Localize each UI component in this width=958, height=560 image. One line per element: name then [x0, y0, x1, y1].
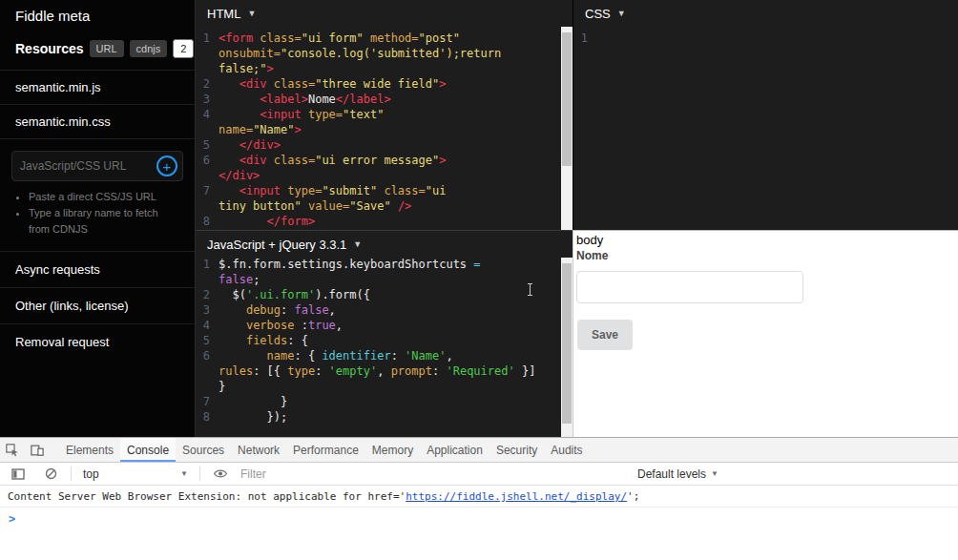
spacer [50, 438, 59, 462]
line-number [196, 46, 219, 61]
code-line: name="Name"> [196, 122, 573, 137]
log-levels-value: Default levels [637, 467, 706, 481]
save-button[interactable]: Save [577, 320, 633, 350]
code-line: 5 fields: { [196, 333, 573, 348]
line-number [196, 122, 219, 137]
tab-console[interactable]: Console [120, 438, 176, 462]
inspect-element-icon[interactable] [0, 438, 25, 462]
css-code[interactable]: 1 [573, 27, 958, 46]
tab-sources[interactable]: Sources [176, 438, 231, 462]
tab-application[interactable]: Application [420, 438, 489, 462]
line-number: 3 [196, 302, 219, 318]
code-line: 4 <input type="text" [196, 107, 573, 122]
code-line: false; [196, 272, 573, 287]
scrollbar-thumb[interactable] [562, 263, 572, 424]
html-panel-title: HTML [207, 7, 240, 21]
css-editor-panel: CSS ▼ 1 [573, 0, 958, 230]
code-line: 5 </div> [196, 137, 573, 153]
sidebar-title: Fiddle meta [0, 0, 195, 33]
css-panel-header[interactable]: CSS ▼ [573, 0, 958, 27]
css-panel-title: CSS [585, 7, 611, 21]
code-line: 3 debug: false, [196, 302, 573, 318]
chevron-down-icon: ▼ [247, 9, 256, 18]
js-editor-scrollbar[interactable] [561, 258, 573, 437]
hint-list: Paste a direct CSS/JS URLType a library … [29, 189, 179, 238]
tab-audits[interactable]: Audits [544, 438, 589, 462]
body-text: body [576, 233, 958, 247]
url-input-row: + [11, 151, 183, 181]
code-line: 8 }); [196, 409, 573, 425]
devtools-panel: ElementsConsoleSourcesNetworkPerformance… [0, 437, 958, 560]
console-message-link[interactable]: https://fiddle.jshell.net/_display/ [406, 490, 627, 503]
add-resource-icon[interactable]: + [156, 156, 177, 176]
line-number: 6 [196, 348, 219, 363]
url-button[interactable]: URL [90, 40, 124, 57]
frame-context-select[interactable]: top ▼ [79, 467, 192, 481]
eye-icon[interactable] [208, 468, 233, 479]
code-line: 4 verbose :true, [196, 318, 573, 333]
divider [199, 467, 200, 481]
console-prompt-icon: > [9, 512, 15, 526]
code-line: 7 } [196, 394, 573, 409]
resource-list: semantic.min.jssemantic.min.css [0, 70, 195, 139]
chevron-down-icon: ▼ [711, 469, 718, 478]
code-line: 1 [573, 31, 958, 46]
clear-console-icon[interactable] [38, 467, 63, 480]
line-number: 2 [196, 287, 219, 302]
html-editor-scrollbar[interactable] [561, 27, 573, 230]
code-line: 2 <div class="three wide field"> [196, 76, 573, 92]
sidebar-item[interactable]: Async requests [0, 251, 195, 287]
name-field-label: Nome [576, 249, 958, 262]
code-line: 8 </form> [196, 214, 573, 229]
console-message-suffix: '; [627, 490, 639, 503]
line-number: 1 [573, 31, 596, 46]
code-line: </div> [196, 168, 573, 183]
code-line: 1<form class="ui form" method="post" [196, 31, 573, 46]
resource-link[interactable]: semantic.min.js [0, 70, 195, 104]
cdnjs-button[interactable]: cdnjs [130, 40, 168, 57]
tab-memory[interactable]: Memory [365, 438, 420, 462]
name-input[interactable] [576, 271, 803, 303]
console-filter-input[interactable] [240, 467, 594, 481]
chevron-down-icon: ▼ [353, 239, 362, 249]
tab-elements[interactable]: Elements [59, 438, 120, 462]
js-editor-panel: JavaScript + jQuery 3.3.1 ▼ 1$.fn.form.s… [196, 230, 573, 437]
fiddle-meta-sidebar: Fiddle meta Resources URL cdnjs 2 semant… [0, 0, 196, 437]
line-number [196, 168, 219, 183]
resource-link[interactable]: semantic.min.css [0, 104, 195, 139]
resource-url-input[interactable] [20, 159, 156, 173]
code-line: false;"> [196, 61, 573, 76]
log-levels-select[interactable]: Default levels ▼ [637, 467, 718, 481]
chevron-down-icon: ▼ [180, 469, 188, 478]
line-number [196, 61, 219, 76]
html-editor-panel: HTML ▼ 1<form class="ui form" method="po… [196, 0, 573, 230]
html-panel-header[interactable]: HTML ▼ [196, 0, 573, 27]
js-code[interactable]: 1$.fn.form.settings.keyboardShortcuts =f… [196, 253, 573, 425]
line-number: 5 [196, 333, 219, 348]
line-number: 4 [196, 318, 219, 333]
line-number: 7 [196, 394, 219, 409]
line-number: 8 [196, 214, 219, 229]
line-number: 7 [196, 183, 219, 198]
tab-security[interactable]: Security [489, 438, 544, 462]
console-prompt-row[interactable]: > [0, 508, 958, 530]
line-number [196, 198, 219, 214]
devtools-tabs: ElementsConsoleSourcesNetworkPerformance… [0, 438, 958, 463]
sidebar-item[interactable]: Other (links, license) [0, 287, 195, 323]
device-toolbar-icon[interactable] [25, 438, 50, 462]
tab-network[interactable]: Network [231, 438, 286, 462]
resources-label: Resources [15, 41, 84, 56]
line-number: 3 [196, 92, 219, 107]
result-panel: body Nome Save [573, 230, 958, 437]
sidebar-item[interactable]: Removal request [0, 323, 195, 360]
console-sidebar-icon[interactable] [6, 467, 31, 481]
resources-row: Resources URL cdnjs 2 [0, 33, 195, 70]
line-number: 1 [196, 257, 219, 272]
code-line: 3 <label>Nome</label> [196, 92, 573, 107]
line-number [196, 272, 219, 287]
line-number [196, 379, 219, 394]
tab-performance[interactable]: Performance [286, 438, 365, 462]
line-number [196, 363, 219, 379]
scrollbar-thumb[interactable] [562, 32, 572, 166]
html-code[interactable]: 1<form class="ui form" method="post"onsu… [196, 27, 573, 229]
